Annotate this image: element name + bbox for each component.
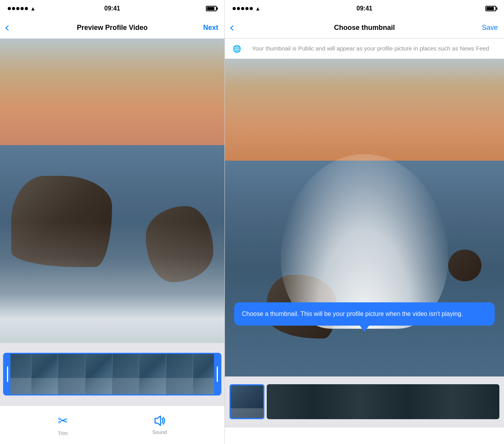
right-rock-far <box>448 250 482 281</box>
sound-label: Sound <box>152 429 167 435</box>
rdot-1 <box>233 7 236 10</box>
selected-thumbnail[interactable] <box>230 384 264 419</box>
trim-button[interactable]: ✂ Trim <box>58 413 68 436</box>
sound-button[interactable]: Sound <box>152 415 167 435</box>
right-wifi-icon: ▲ <box>255 5 261 12</box>
thumb-image <box>231 385 263 418</box>
frame-3 <box>58 354 85 394</box>
filmstrip-handle-left[interactable] <box>4 354 10 394</box>
right-time: 09:41 <box>357 5 373 12</box>
info-text: Your thumbnail is Public and will appear… <box>245 44 496 52</box>
signal-dots <box>8 7 28 10</box>
right-signal-area: ▲ <box>233 5 261 12</box>
left-panel: ▲ 09:41 Preview Profile Video Next <box>0 0 225 444</box>
left-foam <box>0 221 224 343</box>
tooltip-bubble: Choose a thumbnail. This will be your pr… <box>234 302 495 326</box>
battery-icon <box>206 6 217 11</box>
frame-4 <box>85 354 112 394</box>
rdot-3 <box>241 7 244 10</box>
frame-2 <box>31 354 59 394</box>
save-button[interactable]: Save <box>482 24 498 32</box>
left-signal-area: ▲ <box>8 5 36 12</box>
dot-2 <box>12 7 15 10</box>
rdot-5 <box>250 7 253 10</box>
left-nav-bar: Preview Profile Video Next <box>0 17 224 39</box>
right-battery-area <box>485 6 496 11</box>
right-chevron-icon <box>230 25 236 30</box>
left-sky <box>0 39 224 154</box>
right-sky <box>225 59 504 170</box>
rdot-2 <box>237 7 240 10</box>
left-nav-title: Preview Profile Video <box>77 24 148 32</box>
left-time: 09:41 <box>104 5 120 12</box>
thumbnail-strip-rest[interactable] <box>267 384 499 419</box>
right-video-area: Choose a thumbnail. This will be your pr… <box>225 59 504 376</box>
left-toolbar: ✂ Trim Sound <box>0 405 224 444</box>
left-status-bar: ▲ 09:41 <box>0 0 224 17</box>
right-nav-bar: Choose thumbnail Save <box>225 17 504 39</box>
right-signal-dots <box>233 7 253 10</box>
frame-5 <box>112 354 140 394</box>
handle-line-right <box>217 366 218 382</box>
dot-4 <box>21 7 24 10</box>
tooltip-arrow <box>360 326 369 332</box>
filmstrip-handle-right[interactable] <box>214 354 220 394</box>
tooltip-text: Choose a thumbnail. This will be your pr… <box>242 310 463 317</box>
svg-marker-0 <box>155 416 161 425</box>
battery-fill <box>207 7 214 10</box>
trim-label: Trim <box>58 430 68 436</box>
frame-6 <box>139 354 166 394</box>
handle-line-left <box>7 366 8 382</box>
filmstrip[interactable] <box>3 353 221 395</box>
dot-1 <box>8 7 11 10</box>
right-status-bar: ▲ 09:41 <box>225 0 504 17</box>
left-video-area <box>0 39 224 343</box>
next-button[interactable]: Next <box>203 24 218 32</box>
speaker-icon <box>153 415 167 427</box>
rdot-4 <box>245 7 249 10</box>
scissors-icon: ✂ <box>58 413 68 428</box>
globe-icon: 🌐 <box>233 45 241 53</box>
left-ocean-scene <box>0 39 224 343</box>
left-back-button[interactable] <box>6 26 12 30</box>
right-nav-title: Choose thumbnail <box>334 24 395 32</box>
left-battery-area <box>206 6 217 11</box>
right-back-button[interactable] <box>231 26 236 30</box>
frame-7 <box>166 354 193 394</box>
timeline-area <box>0 343 224 405</box>
right-battery-icon <box>485 6 496 11</box>
dot-5 <box>25 7 28 10</box>
right-bottom-bar <box>225 427 504 444</box>
thumbnail-strip[interactable] <box>225 376 504 427</box>
dot-3 <box>16 7 19 10</box>
tooltip-wrapper: Choose a thumbnail. This will be your pr… <box>234 302 495 326</box>
filmstrip-frames <box>4 354 220 394</box>
info-banner: 🌐 Your thumbnail is Public and will appe… <box>225 39 504 59</box>
right-panel: ▲ 09:41 Choose thumbnail Save 🌐 Your thu… <box>225 0 504 444</box>
left-chevron-icon <box>5 25 11 30</box>
wifi-icon: ▲ <box>30 5 36 12</box>
right-battery-fill <box>487 7 494 10</box>
